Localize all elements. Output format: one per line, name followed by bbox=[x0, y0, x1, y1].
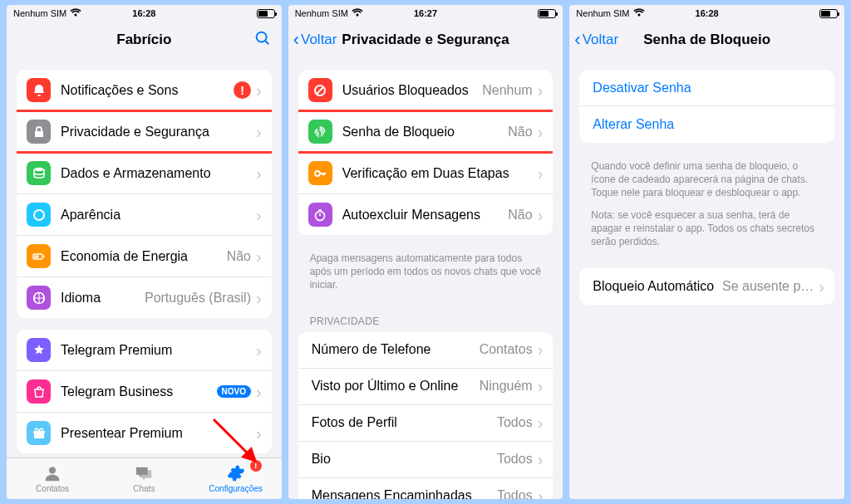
list-row[interactable]: Presentear Premium› bbox=[17, 413, 272, 453]
navbar: Fabrício bbox=[7, 22, 282, 58]
list-row[interactable]: Telegram Premium› bbox=[17, 330, 272, 371]
row-label: Idioma bbox=[61, 291, 140, 306]
row-label: Fotos de Perfil bbox=[312, 415, 492, 430]
list-row[interactable]: Economia de EnergiaNão› bbox=[17, 236, 272, 277]
tab-label: Chats bbox=[133, 484, 155, 493]
list-row[interactable]: Visto por Último e OnlineNinguém› bbox=[298, 369, 553, 405]
row-auto-lock[interactable]: Bloqueio Automático Se ausente p… › bbox=[579, 268, 834, 305]
list-row[interactable]: Aparência› bbox=[17, 194, 272, 236]
row-label: Alterar Senha bbox=[593, 117, 824, 132]
chevron-right-icon: › bbox=[538, 341, 544, 358]
chevron-right-icon: › bbox=[538, 207, 544, 223]
chevron-left-icon: ‹ bbox=[574, 31, 580, 49]
list-row[interactable]: Número de TelefoneContatos› bbox=[298, 332, 553, 369]
row-value: Todos bbox=[497, 488, 533, 499]
clock-label: 16:27 bbox=[414, 8, 437, 18]
chevron-right-icon: › bbox=[538, 82, 544, 99]
search-button[interactable] bbox=[253, 29, 272, 51]
chevron-right-icon: › bbox=[538, 378, 544, 394]
list-row[interactable]: IdiomaPortuguês (Brasil)› bbox=[17, 277, 272, 318]
svg-point-2 bbox=[34, 167, 44, 170]
list-row[interactable]: Verificação em Duas Etapas› bbox=[298, 153, 553, 194]
list-row[interactable]: BioTodos› bbox=[298, 442, 553, 478]
row-label: Desativar Senha bbox=[593, 81, 824, 95]
status-bar: Nenhum SIM 16:28 bbox=[569, 5, 844, 22]
list-row[interactable]: Senha de BloqueioNão› bbox=[298, 111, 553, 153]
chevron-right-icon: › bbox=[256, 207, 262, 223]
clock-label: 16:28 bbox=[132, 8, 155, 18]
chevron-right-icon: › bbox=[538, 451, 544, 467]
tab-chats[interactable]: Chats bbox=[98, 458, 189, 499]
navbar: ‹ Voltar Senha de Bloqueio bbox=[569, 22, 844, 58]
key-icon bbox=[308, 161, 332, 185]
novo-badge: NOVO bbox=[217, 385, 251, 398]
gift-icon bbox=[27, 421, 51, 445]
battery-icon bbox=[819, 9, 838, 18]
tab-label: Configurações bbox=[209, 484, 262, 493]
passcode-list: Desativar SenhaAlterar Senha Quando você… bbox=[569, 58, 844, 499]
list-row[interactable]: Telegram BusinessNOVO› bbox=[17, 371, 272, 413]
row-label: Bloqueio Automático bbox=[593, 279, 717, 294]
chevron-right-icon: › bbox=[256, 290, 262, 306]
tab-person[interactable]: Contatos bbox=[7, 458, 98, 499]
chevron-right-icon: › bbox=[256, 124, 262, 140]
tab-bar: ContatosChatsConfigurações! bbox=[7, 458, 282, 499]
tab-alert-badge: ! bbox=[250, 460, 262, 472]
list-row[interactable]: Privacidade e Segurança› bbox=[17, 111, 272, 153]
back-button[interactable]: ‹ Voltar bbox=[293, 31, 337, 49]
block-icon bbox=[308, 78, 332, 102]
list-row[interactable]: Autoexcluir MensagensNão› bbox=[298, 194, 553, 235]
row-label: Privacidade e Segurança bbox=[61, 125, 251, 139]
tab-gear[interactable]: Configurações! bbox=[189, 458, 281, 499]
wifi-icon bbox=[352, 8, 363, 18]
row-label: Visto por Último e Online bbox=[312, 379, 475, 394]
list-row[interactable]: Notificações e Sons!› bbox=[17, 70, 272, 111]
row-label: Telegram Business bbox=[61, 384, 212, 399]
carrier-label: Nenhum SIM bbox=[576, 8, 629, 18]
row-label: Presentear Premium bbox=[61, 426, 251, 441]
row-label: Aparência bbox=[61, 208, 251, 223]
link-row[interactable]: Desativar Senha bbox=[579, 70, 834, 106]
chevron-right-icon: › bbox=[538, 124, 544, 140]
battery-icon bbox=[257, 9, 275, 18]
svg-rect-6 bbox=[34, 255, 38, 257]
wifi-icon bbox=[70, 8, 81, 18]
chevron-right-icon: › bbox=[538, 165, 544, 182]
list-row[interactable]: Usuários BloqueadosNenhum› bbox=[298, 70, 553, 111]
link-row[interactable]: Alterar Senha bbox=[579, 106, 834, 143]
list-row[interactable]: Fotos de PerfilTodos› bbox=[298, 405, 553, 442]
wifi-icon bbox=[633, 8, 645, 18]
svg-line-1 bbox=[265, 41, 268, 44]
settings-group: Telegram Premium›Telegram BusinessNOVO›P… bbox=[17, 330, 272, 453]
screen-settings: Nenhum SIM 16:28 Fabrício Notificações e… bbox=[7, 5, 282, 499]
carrier-label: Nenhum SIM bbox=[295, 8, 348, 18]
chevron-right-icon: › bbox=[256, 82, 262, 99]
page-title: Fabrício bbox=[116, 32, 171, 48]
battery-icon bbox=[538, 9, 556, 18]
svg-point-13 bbox=[49, 467, 56, 473]
chevron-right-icon: › bbox=[819, 278, 824, 295]
footer-note: Apaga mensagens automaticamente para tod… bbox=[298, 247, 553, 301]
chevron-right-icon: › bbox=[256, 425, 262, 442]
row-value: Todos bbox=[497, 452, 533, 467]
status-bar: Nenhum SIM 16:28 bbox=[7, 5, 282, 22]
row-value: Contatos bbox=[480, 342, 533, 357]
back-label: Voltar bbox=[583, 32, 618, 48]
row-label: Senha de Bloqueio bbox=[342, 125, 504, 139]
back-button[interactable]: ‹ Voltar bbox=[574, 31, 618, 49]
list-row[interactable]: Dados e Armazenamento› bbox=[17, 153, 272, 194]
tab-label: Contatos bbox=[36, 484, 69, 493]
clock-label: 16:28 bbox=[696, 8, 719, 18]
list-row[interactable]: Mensagens EncaminhadasTodos› bbox=[298, 478, 553, 499]
row-label: Mensagens Encaminhadas bbox=[312, 488, 492, 499]
back-label: Voltar bbox=[301, 32, 337, 48]
lock-icon bbox=[27, 120, 51, 144]
chevron-right-icon: › bbox=[538, 487, 544, 499]
row-label: Economia de Energia bbox=[61, 249, 222, 264]
row-value: Não bbox=[508, 208, 532, 223]
alert-badge: ! bbox=[234, 81, 251, 99]
chevron-right-icon: › bbox=[256, 384, 262, 400]
svg-point-16 bbox=[315, 171, 320, 176]
row-value: Não bbox=[227, 249, 251, 264]
settings-list: Notificações e Sons!›Privacidade e Segur… bbox=[7, 58, 282, 458]
